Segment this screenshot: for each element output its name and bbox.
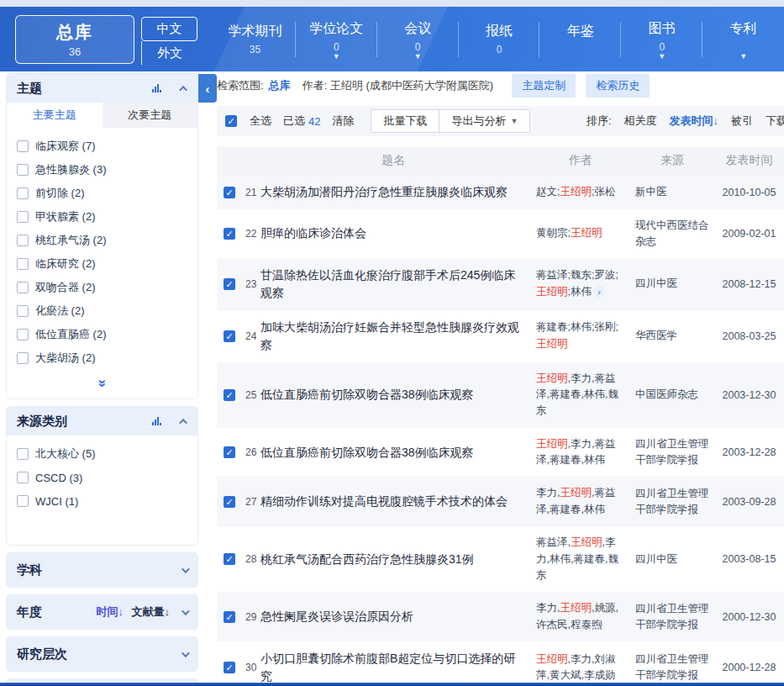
nav-category[interactable]: 报纸0 xyxy=(459,7,540,71)
result-authors[interactable]: 赵文;王绍明;张松 xyxy=(531,176,630,208)
chevron-down-icon[interactable] xyxy=(182,649,190,657)
facet-checkbox[interactable] xyxy=(17,472,29,483)
facet-item[interactable]: 前切除 (2) xyxy=(7,182,197,205)
sort-option[interactable]: 被引 xyxy=(731,113,753,129)
facet-header-source[interactable]: 来源类别 xyxy=(7,407,197,435)
facet-checkbox[interactable] xyxy=(17,495,29,507)
row-checkbox[interactable]: ✓ xyxy=(224,662,235,673)
nav-category[interactable]: 会议0▼ xyxy=(377,7,459,71)
facet-expand-more[interactable]: » xyxy=(7,373,197,398)
facet-item[interactable]: 大柴胡汤 (2) xyxy=(7,346,197,370)
bar-chart-icon[interactable] xyxy=(152,417,161,425)
highlighted-author[interactable]: 王绍明 xyxy=(536,286,568,298)
result-source-link[interactable]: 中国医师杂志 xyxy=(630,378,714,411)
row-checkbox[interactable]: ✓ xyxy=(224,553,235,565)
select-all-checkbox[interactable]: ✓ xyxy=(225,115,237,127)
chevron-down-icon[interactable] xyxy=(182,607,190,615)
bar-chart-icon[interactable] xyxy=(152,84,161,92)
result-authors[interactable]: 李力,王绍明,姚源,许杰民,程泰煦 xyxy=(531,592,630,641)
highlighted-author[interactable]: 王绍明 xyxy=(536,438,568,450)
facet-item[interactable]: 北大核心 (5) xyxy=(7,442,197,466)
sort-option[interactable]: 发表时间↓ xyxy=(670,113,719,129)
result-title-link[interactable]: 低位直肠癌前切除双吻合器38例临床观察 xyxy=(255,435,531,470)
selected-count[interactable]: 42 xyxy=(308,115,320,128)
facet-item[interactable]: 双吻合器 (2) xyxy=(7,276,197,299)
highlighted-author[interactable]: 王绍明 xyxy=(536,653,568,665)
facet-header-research-level[interactable]: 研究层次 xyxy=(7,637,197,671)
nav-category[interactable]: 专利▼ xyxy=(702,7,784,71)
result-title-link[interactable]: 精细动作训练对提高电视腹腔镜手术技术的体会 xyxy=(255,484,531,519)
facet-item[interactable]: 临床观察 (7) xyxy=(7,135,197,158)
facet-checkbox[interactable] xyxy=(17,211,29,223)
facet-item[interactable]: 临床研究 (2) xyxy=(7,252,197,276)
highlighted-author[interactable]: 王绍明 xyxy=(571,536,602,548)
facet-checkbox[interactable] xyxy=(17,329,29,340)
result-title-link[interactable]: 甘温除热佐以活血化瘀治疗腹部手术后245例临床观察 xyxy=(255,258,531,310)
row-checkbox[interactable]: ✓ xyxy=(224,496,235,508)
facet-checkbox[interactable] xyxy=(17,305,29,317)
authors-expand-icon[interactable]: › xyxy=(593,286,605,298)
result-source-link[interactable]: 现代中西医结合杂志 xyxy=(630,209,714,258)
result-source-link[interactable]: 四川省卫生管理干部学院学报 xyxy=(630,478,714,526)
row-checkbox[interactable]: ✓ xyxy=(224,611,235,623)
facet-checkbox[interactable] xyxy=(17,235,29,246)
result-authors[interactable]: 黄朝宗;王绍明 xyxy=(531,217,630,250)
facet-checkbox[interactable] xyxy=(17,258,29,270)
result-title-link[interactable]: 大柴胡汤加潜阳丹治疗急性重症胰腺炎临床观察 xyxy=(255,175,531,209)
sidebar-collapse-handle[interactable]: ‹ xyxy=(198,74,217,103)
tab-zongku[interactable]: 总库 36 xyxy=(15,15,134,64)
result-source-link[interactable]: 四川中医 xyxy=(630,267,714,300)
clear-selection-button[interactable]: 清除 xyxy=(332,113,354,129)
sort-option[interactable]: 下载 xyxy=(766,113,784,129)
chevron-up-icon[interactable] xyxy=(179,418,187,426)
select-all-label[interactable]: 全选 xyxy=(250,113,271,129)
result-authors[interactable]: 蒋益泽;魏东;罗波;王绍明;林伟› xyxy=(531,259,630,309)
tab-chinese[interactable]: 中文 xyxy=(141,17,197,41)
row-checkbox[interactable]: ✓ xyxy=(224,187,235,198)
result-source-link[interactable]: 新中医 xyxy=(630,176,714,208)
result-source-link[interactable]: 四川中医 xyxy=(630,543,714,576)
row-checkbox[interactable]: ✓ xyxy=(224,389,235,401)
sort-option[interactable]: 相关度 xyxy=(624,113,657,129)
result-source-link[interactable]: 四川省卫生管理干部学院学报 xyxy=(630,643,714,686)
facet-header-year[interactable]: 年度 时间↓ 文献量↓ xyxy=(7,595,197,629)
row-checkbox[interactable]: ✓ xyxy=(224,228,235,240)
facet-item[interactable]: 低位直肠癌 (2) xyxy=(7,323,197,346)
nav-category[interactable]: 学术期刊35 xyxy=(214,7,296,71)
tab-secondary-topic[interactable]: 次要主题 xyxy=(103,103,198,128)
facet-item[interactable]: 桃红承气汤 (2) xyxy=(7,229,197,252)
row-checkbox[interactable]: ✓ xyxy=(224,278,235,290)
result-authors[interactable]: 蒋建春;林伟;张刚;王绍明 xyxy=(531,311,630,361)
facet-checkbox[interactable] xyxy=(17,187,29,199)
tab-foreign[interactable]: 外文 xyxy=(141,41,197,65)
facet-item[interactable]: WJCI (1) xyxy=(7,489,197,513)
highlighted-author[interactable]: 王绍明 xyxy=(560,602,592,614)
row-checkbox[interactable]: ✓ xyxy=(224,330,235,342)
highlighted-author[interactable]: 王绍明 xyxy=(536,338,568,350)
highlighted-author[interactable]: 王绍明 xyxy=(571,227,602,239)
result-title-link[interactable]: 急性阑尾炎误诊误治原因分析 xyxy=(255,599,531,634)
result-title-link[interactable]: 胆瘅的临床诊治体会 xyxy=(255,216,531,251)
result-authors[interactable]: 王绍明,李力,刘淑萍,黄大斌,李成勋 xyxy=(531,643,630,686)
batch-download-button[interactable]: 批量下载 xyxy=(371,109,439,133)
facet-item[interactable]: 急性胰腺炎 (3) xyxy=(7,158,197,182)
nav-category[interactable]: 学位论文0▼ xyxy=(296,7,377,71)
facet-header-subject[interactable]: 学科 xyxy=(7,553,197,587)
search-history-button[interactable]: 检索历史 xyxy=(586,74,650,98)
result-title-link[interactable]: 低位直肠癌前切除双吻合器38例临床观察 xyxy=(255,377,531,412)
highlighted-author[interactable]: 王绍明 xyxy=(560,487,592,499)
facet-checkbox[interactable] xyxy=(17,448,29,460)
export-analyze-button[interactable]: 导出与分析 ▼ xyxy=(439,109,530,133)
facet-item[interactable]: 化瘀法 (2) xyxy=(7,299,197,323)
tab-primary-topic[interactable]: 主要主题 xyxy=(7,103,103,128)
chevron-up-icon[interactable] xyxy=(179,85,187,93)
year-sort-time[interactable]: 时间↓ xyxy=(96,605,124,618)
result-authors[interactable]: 李力,王绍明,蒋益泽,蒋建春,林伟 xyxy=(531,477,630,526)
double-chevron-down-icon[interactable]: » xyxy=(94,379,111,387)
facet-item[interactable]: 甲状腺素 (2) xyxy=(7,205,197,229)
result-authors[interactable]: 王绍明,李力,蒋益泽,蒋建春,林伟,魏东 xyxy=(531,362,630,428)
year-sort-volume[interactable]: 文献量↓ xyxy=(132,605,171,618)
result-source-link[interactable]: 四川省卫生管理干部学院学报 xyxy=(630,593,714,641)
facet-header-topic[interactable]: 主题 xyxy=(7,74,197,103)
facet-item[interactable]: CSCD (3) xyxy=(7,466,197,489)
